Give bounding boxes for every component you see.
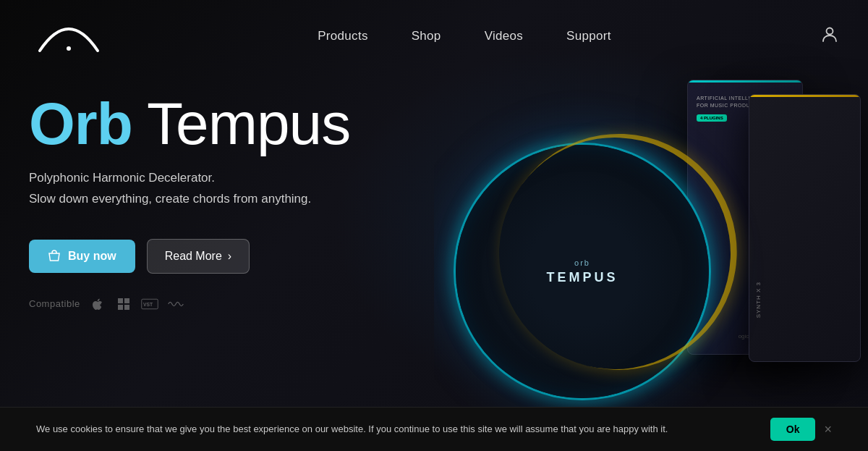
hero-content: Orb Tempus Polyphonic Harmonic Decelerat…	[29, 94, 350, 313]
box-back-badge: 4 Plugins	[697, 114, 727, 122]
orb-large-label: TEMPUS	[546, 270, 618, 285]
svg-rect-5	[124, 305, 129, 310]
nav-shop[interactable]: Shop	[412, 29, 441, 43]
apple-compatible-icon	[89, 295, 106, 313]
audio-compatible-icon	[167, 295, 184, 313]
compatible-row: Compatible VST	[29, 295, 350, 313]
user-account-icon[interactable]	[820, 25, 839, 48]
svg-rect-2	[118, 298, 123, 303]
svg-rect-4	[118, 305, 123, 310]
orb-inner-text: orb TEMPUS	[546, 258, 618, 285]
cookie-ok-button[interactable]: Ok	[770, 418, 816, 441]
product-scene: Artificial Intelligence for Music Produc…	[441, 65, 861, 413]
hero-subtitle-line2: Slow down everything, create chords from…	[29, 189, 350, 210]
chevron-right-icon: ›	[228, 250, 231, 263]
svg-text:VST: VST	[143, 302, 153, 307]
shopping-bag-icon	[48, 250, 61, 263]
compatible-label: Compatible	[29, 298, 80, 309]
logo[interactable]	[29, 14, 109, 58]
synth-label: SYNTH X 3	[755, 282, 762, 318]
vst-compatible-icon: VST	[141, 295, 158, 313]
hero-subtitle: Polyphonic Harmonic Decelerator. Slow do…	[29, 168, 350, 210]
nav-support[interactable]: Support	[566, 29, 611, 43]
cookie-text: We use cookies to ensure that we give yo…	[36, 422, 756, 437]
svg-rect-3	[124, 298, 129, 303]
windows-compatible-icon	[115, 295, 132, 313]
navigation: Products Shop Videos Support	[0, 0, 868, 72]
nav-products[interactable]: Products	[318, 29, 368, 43]
hero-subtitle-line1: Polyphonic Harmonic Decelerator.	[29, 168, 350, 189]
hero-title-tempus: Tempus	[132, 90, 350, 156]
buy-now-label: Buy now	[68, 250, 116, 263]
svg-point-0	[67, 46, 71, 51]
orb-small-label: orb	[546, 258, 618, 267]
nav-links: Products Shop Videos Support	[318, 29, 611, 43]
read-more-button[interactable]: Read More ›	[147, 239, 250, 274]
nav-videos[interactable]: Videos	[485, 29, 523, 43]
svg-point-1	[826, 28, 833, 35]
cookie-close-button[interactable]: ×	[824, 422, 832, 437]
buy-now-button[interactable]: Buy now	[29, 240, 135, 273]
product-image-area: Artificial Intelligence for Music Produc…	[434, 43, 868, 434]
orb-device: orb TEMPUS	[456, 145, 709, 398]
hero-buttons: Buy now Read More ›	[29, 239, 350, 274]
hero-title: Orb Tempus	[29, 94, 350, 153]
hero-title-orb: Orb	[29, 90, 132, 156]
read-more-label: Read More	[165, 250, 222, 263]
cookie-banner: We use cookies to ensure that we give yo…	[0, 407, 868, 451]
product-box-synth: SYNTH X 3	[749, 94, 861, 362]
